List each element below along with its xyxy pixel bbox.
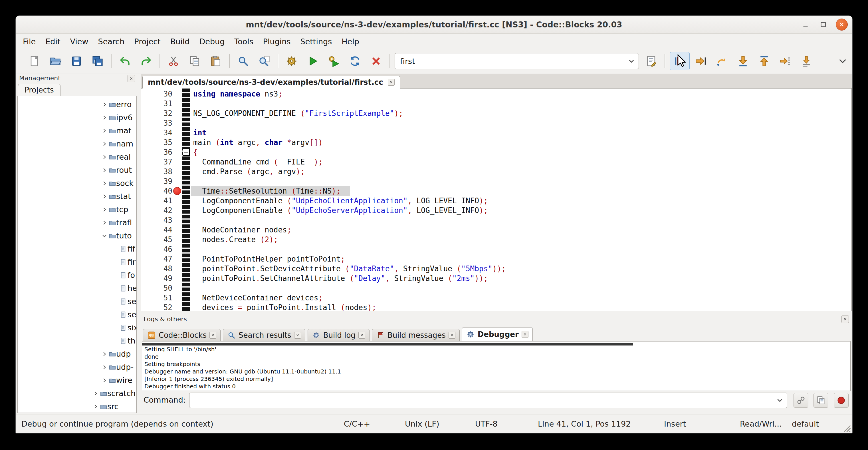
chevron-right-icon-wrap[interactable]: [101, 167, 107, 173]
minimize-button[interactable]: [800, 20, 811, 30]
build-options-button[interactable]: [641, 52, 661, 70]
next-instruction-button[interactable]: [775, 52, 795, 70]
find-button[interactable]: [233, 52, 253, 70]
code-line-49[interactable]: 49 pointToPoint.SetChannelAttribute ("De…: [141, 274, 851, 283]
tree-item-rout[interactable]: rout: [18, 163, 136, 177]
code-line-40[interactable]: 40 Time::SetResolution (Time::NS);: [141, 186, 851, 196]
code-line-31[interactable]: 31: [141, 99, 851, 109]
maximize-button[interactable]: [818, 20, 828, 30]
tree-item-udp-[interactable]: udp-: [18, 361, 136, 374]
tree-item-fir[interactable]: fir: [18, 256, 136, 269]
menu-item-tools[interactable]: Tools: [229, 35, 258, 48]
menu-item-file[interactable]: File: [18, 35, 40, 48]
breakpoint-marker[interactable]: [173, 187, 181, 195]
code-line-43[interactable]: 43: [141, 215, 851, 225]
next-line-button[interactable]: [712, 52, 732, 70]
run-button[interactable]: [303, 52, 323, 70]
tree-item-nam[interactable]: nam: [18, 137, 136, 150]
logs-tab-code-blocks[interactable]: Code::Blocks: [143, 329, 221, 341]
stop-button[interactable]: [834, 393, 848, 408]
logs-tab-search-results[interactable]: Search results: [223, 329, 305, 341]
tree-item-fif[interactable]: fif: [18, 242, 136, 256]
tree-item-ipv6[interactable]: ipv6: [18, 111, 136, 124]
fold-marker[interactable]: [183, 149, 190, 156]
paste-button[interactable]: [206, 52, 226, 70]
code-line-52[interactable]: 52 devices = pointToPoint.Install (nodes…: [141, 303, 851, 311]
chevron-right-icon-wrap[interactable]: [101, 206, 107, 213]
menu-item-edit[interactable]: Edit: [40, 35, 65, 48]
code-line-33[interactable]: 33: [141, 118, 851, 128]
tree-item-wire[interactable]: wire: [18, 374, 136, 387]
menu-item-search[interactable]: Search: [93, 35, 129, 48]
logs-tab-build-log[interactable]: Build log: [308, 329, 370, 341]
code-line-45[interactable]: 45 nodes.Create (2);: [141, 235, 851, 244]
link-button[interactable]: [794, 393, 808, 408]
tree-item-six[interactable]: six: [18, 321, 136, 334]
tree-item-udp[interactable]: udp: [18, 348, 136, 361]
chevron-down-icon-wrap[interactable]: [101, 233, 107, 239]
code-line-30[interactable]: 30using namespace ns3;: [141, 89, 851, 99]
logs-tab-close-button[interactable]: [294, 332, 301, 339]
tree-item-tuto[interactable]: tuto: [18, 229, 136, 242]
debugger-log[interactable]: Setting SHELL to '/bin/sh'doneSetting br…: [142, 341, 850, 391]
code-line-47[interactable]: 47 PointToPointHelper pointToPoint;: [141, 254, 851, 264]
tree-item-sock[interactable]: sock: [18, 177, 136, 190]
logs-close-button[interactable]: [841, 316, 849, 323]
menu-item-plugins[interactable]: Plugins: [258, 35, 296, 48]
toolbar-overflow-button[interactable]: [837, 55, 848, 67]
chevron-right-icon-wrap[interactable]: [101, 364, 107, 370]
chevron-right-icon-wrap[interactable]: [101, 193, 107, 200]
tree-item-fo[interactable]: fo: [18, 269, 136, 282]
tab-projects[interactable]: Projects: [18, 84, 61, 96]
chevron-right-icon-wrap[interactable]: [101, 141, 107, 147]
copy-button[interactable]: [813, 393, 828, 408]
chevron-right-icon-wrap[interactable]: [101, 219, 107, 226]
code-line-50[interactable]: 50: [141, 283, 851, 293]
menu-item-settings[interactable]: Settings: [296, 35, 337, 48]
chevron-right-icon-wrap[interactable]: [92, 403, 99, 410]
logs-tab-close-button[interactable]: [522, 331, 528, 338]
find-in-files-button[interactable]: [254, 52, 274, 70]
chevron-right-icon-wrap[interactable]: [101, 377, 107, 384]
tree-item-he[interactable]: he: [18, 282, 136, 295]
tree-item-erro[interactable]: erro: [18, 98, 136, 111]
menu-item-help[interactable]: Help: [337, 35, 364, 48]
logs-tab-close-button[interactable]: [359, 332, 365, 339]
editor-tab-close-button[interactable]: [388, 79, 395, 86]
code-editor[interactable]: 30using namespace ns3;3132NS_LOG_COMPONE…: [141, 89, 852, 311]
chevron-right-icon-wrap[interactable]: [101, 115, 107, 121]
build-target-combo[interactable]: first: [395, 53, 639, 69]
code-line-44[interactable]: 44 NodeContainer nodes;: [141, 225, 851, 235]
open-file-button[interactable]: [45, 52, 65, 70]
chevron-right-icon-wrap[interactable]: [101, 101, 107, 108]
titlebar[interactable]: mnt/dev/tools/source/ns-3-dev/examples/t…: [16, 16, 852, 34]
code-line-38[interactable]: 38 cmd.Parse (argc, argv);: [141, 167, 851, 176]
save-file-button[interactable]: [66, 52, 87, 70]
code-line-46[interactable]: 46: [141, 244, 851, 254]
chevron-right-icon-wrap[interactable]: [101, 154, 107, 160]
code-line-51[interactable]: 51 NetDeviceContainer devices;: [141, 293, 851, 303]
step-into-instruction-button[interactable]: [796, 52, 816, 70]
step-out-button[interactable]: [754, 52, 774, 70]
tree-item-scratch[interactable]: scratch: [18, 387, 136, 400]
tree-item-real[interactable]: real: [18, 150, 136, 163]
build-button[interactable]: [282, 52, 302, 70]
code-line-42[interactable]: 42 LogComponentEnable ("UdpEchoServerApp…: [141, 206, 851, 215]
debugger-command-combo[interactable]: [189, 393, 787, 408]
tree-item-se[interactable]: se: [18, 295, 136, 308]
tree-item-stat[interactable]: stat: [18, 190, 136, 203]
code-line-34[interactable]: 34int: [141, 128, 851, 138]
copy-button[interactable]: [185, 52, 205, 70]
menu-item-build[interactable]: Build: [165, 35, 195, 48]
code-line-37[interactable]: 37 CommandLine cmd (__FILE__);: [141, 157, 851, 167]
chevron-right-icon-wrap[interactable]: [101, 128, 107, 134]
chevron-right-icon-wrap[interactable]: [101, 180, 107, 186]
menu-item-project[interactable]: Project: [129, 35, 165, 48]
logs-tab-build-messages[interactable]: Build messages: [372, 329, 460, 341]
tree-item-se[interactable]: se: [18, 308, 136, 321]
tree-item-mat[interactable]: mat: [18, 124, 136, 137]
code-line-39[interactable]: 39: [141, 176, 851, 186]
chevron-right-icon-wrap[interactable]: [101, 351, 107, 357]
code-line-36[interactable]: 36{: [141, 147, 851, 157]
logs-tab-close-button[interactable]: [448, 332, 456, 339]
